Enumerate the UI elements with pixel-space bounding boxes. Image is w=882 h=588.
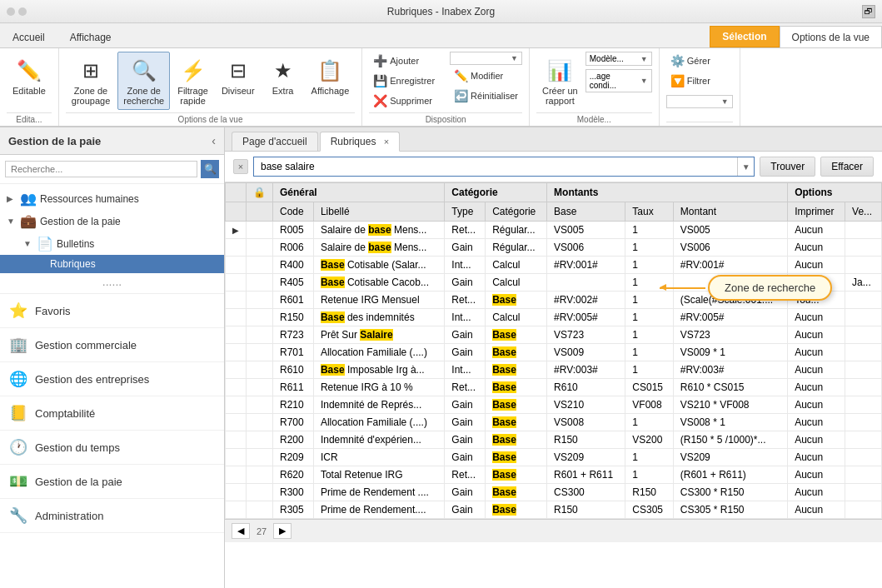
search-submit-btn[interactable]: 🔍	[201, 160, 219, 178]
nav-gestion-temps[interactable]: 🕐 Gestion du temps	[0, 431, 224, 465]
search-dropdown-btn[interactable]: ▼	[737, 157, 754, 176]
sidebar-item-ressources[interactable]: ▶ 👥 Ressources humaines	[0, 187, 224, 210]
col-type-header[interactable]: Type	[445, 202, 486, 222]
ajouter-btn[interactable]: ➕ Ajouter	[369, 52, 439, 70]
table-row[interactable]: R300 Prime de Rendement .... Gain Base C…	[226, 484, 882, 501]
content-wrapper: Gestion de la paie ‹ 🔍 ▶ 👥 Ressources hu…	[0, 127, 882, 588]
col-montant-header[interactable]: Montant	[673, 202, 787, 222]
row-montant: VS005	[673, 222, 787, 239]
zone-groupage-btn[interactable]: ⊞ Zone degroupage	[66, 52, 117, 110]
restore-btn[interactable]: 🗗	[862, 5, 875, 18]
nav-gestion-commerciale[interactable]: 🏢 Gestion commerciale	[0, 328, 224, 362]
col-taux-header[interactable]: Taux	[625, 202, 673, 222]
nav-favoris[interactable]: ⭐ Favoris	[0, 294, 224, 328]
gerer-btn[interactable]: ⚙️ Gérer	[666, 52, 733, 70]
col-general-header: Général	[273, 183, 445, 202]
affichage-btn[interactable]: 📋 Affichage	[306, 52, 356, 100]
table-row[interactable]: R723 Prêt Sur Salaire Gain Base VS723 1 …	[226, 326, 882, 344]
nav-gestion-entreprises[interactable]: 🌐 Gestion des entreprises	[0, 362, 224, 396]
filtrer-btn[interactable]: 🔽 Filtrer	[666, 72, 733, 90]
row-categorie: Base	[486, 414, 547, 431]
diviseur-btn[interactable]: ⊟ Diviseur	[216, 52, 261, 100]
sidebar-item-rubriques[interactable]: Rubriques	[0, 255, 224, 273]
tab-affichage[interactable]: Affichage	[57, 26, 124, 47]
nav-administration[interactable]: 🔧 Administration	[0, 499, 224, 533]
enregistrer-icon: 💾	[373, 74, 386, 87]
table-row[interactable]: R006 Salaire de base Mens... Gain Régula…	[226, 239, 882, 257]
effacer-btn[interactable]: Effacer	[820, 157, 874, 177]
table-row[interactable]: R700 Allocation Familiale (....) Gain Ba…	[226, 414, 882, 431]
row-base: VS008	[547, 414, 625, 431]
sidebar-item-gestion-paie[interactable]: ▼ 💼 Gestion de la paie	[0, 210, 224, 232]
row-categorie: Base	[486, 344, 547, 361]
row-type: Ret...	[445, 466, 486, 484]
table-row[interactable]: R701 Allocation Familiale (....) Gain Ba…	[226, 344, 882, 361]
gestion-commerciale-icon: 🏢	[8, 335, 28, 355]
table-nav-left[interactable]: ◀	[232, 523, 250, 539]
table-row[interactable]: R209 ICR Gain Base VS209 1 VS209 Aucun	[226, 449, 882, 466]
extra-btn[interactable]: ★ Extra	[262, 52, 304, 100]
right-dropdown[interactable]: ▼	[666, 95, 733, 108]
sidebar-item-bulletins[interactable]: ▼ 📄 Bulletins	[0, 232, 224, 255]
row-lock-cell	[247, 274, 273, 292]
sidebar-header: Gestion de la paie ‹	[0, 127, 224, 155]
cond-dropdown[interactable]: ...age condi... ▼	[586, 69, 652, 92]
table-row[interactable]: R620 Total Retenue IRG Ret... Base R601 …	[226, 466, 882, 484]
tab-selection[interactable]: Sélection	[710, 26, 779, 47]
row-imprimer: Aucun	[788, 466, 845, 484]
nav-comptabilite[interactable]: 📒 Comptabilité	[0, 396, 224, 431]
row-lock-cell	[247, 257, 273, 274]
trouver-btn[interactable]: Trouver	[760, 157, 815, 177]
row-type: Ret...	[445, 222, 486, 239]
title-dot-2	[18, 7, 27, 16]
col-libelle-header[interactable]: Libellé	[313, 202, 444, 222]
tab-options-vue[interactable]: Options de la vue	[780, 26, 882, 47]
disposition-dropdown[interactable]: ▼	[450, 52, 522, 65]
row-imprimer: Aucun	[788, 309, 845, 326]
col-base-header[interactable]: Base	[547, 202, 625, 222]
zone-recherche-icon: 🔍	[129, 56, 159, 86]
row-montant: VS723	[673, 326, 787, 344]
zone-recherche-btn[interactable]: 🔍 Zone derecherche	[117, 52, 170, 110]
ribbon-tab-bar: Accueil Affichage Sélection Options de l…	[0, 23, 882, 48]
table-row[interactable]: R200 Indemnité d'expérien... Gain Base R…	[226, 431, 882, 449]
col-imprimer-header[interactable]: Imprimer	[788, 202, 845, 222]
sidebar-collapse-btn[interactable]: ‹	[212, 134, 216, 147]
search-clear-btn[interactable]: ×	[233, 159, 248, 174]
table-row[interactable]: ▶ R005 Salaire de base Mens... Ret... Ré…	[226, 222, 882, 239]
col-ver-header[interactable]: Ve...	[845, 202, 882, 222]
reinitialiser-btn[interactable]: ↩️ Réinitialiser	[450, 87, 522, 105]
table-row[interactable]: R400 Base Cotisable (Salar... Int... Cal…	[226, 257, 882, 274]
tab-page-accueil[interactable]: Page d'accueil	[232, 132, 318, 151]
enregistrer-btn[interactable]: 💾 Enregistrer	[369, 72, 439, 90]
row-taux: VF008	[625, 396, 673, 414]
table-nav-right[interactable]: ▶	[273, 523, 292, 539]
modifier-btn[interactable]: ✏️ Modifier	[450, 67, 522, 85]
editable-btn[interactable]: ✏️ Editable	[7, 52, 52, 100]
creer-rapport-btn[interactable]: 📊 Créer unrapport	[536, 52, 584, 110]
table-row[interactable]: R610 Base Imposable Irg à... Int... Base…	[226, 361, 882, 379]
search-input[interactable]	[5, 161, 197, 177]
modele-dropdown[interactable]: Modèle... ▼	[586, 52, 652, 66]
row-categorie: Base	[486, 449, 547, 466]
col-code-header[interactable]: Code	[273, 202, 314, 222]
row-libelle: Indemnité d'expérien...	[313, 431, 444, 449]
ribbon-group-rapport: 📊 Créer unrapport Modèle... ▼ ...age con…	[530, 48, 660, 126]
table-row[interactable]: R305 Prime de Rendement.... Gain Base R1…	[226, 501, 882, 519]
row-taux: 1	[625, 414, 673, 431]
supprimer-btn[interactable]: ❌ Supprimer	[369, 92, 439, 110]
row-libelle: Total Retenue IRG	[313, 466, 444, 484]
table-row[interactable]: R611 Retenue IRG à 10 % Ret... Base R610…	[226, 379, 882, 396]
tab-rubriques-close[interactable]: ×	[384, 137, 389, 147]
gestion-entreprises-icon: 🌐	[8, 369, 28, 389]
table-row[interactable]: R150 Base des indemnités Int... Calcul #…	[226, 309, 882, 326]
nav-gestion-paie-2[interactable]: 💵 Gestion de la paie	[0, 465, 224, 499]
tab-accueil[interactable]: Accueil	[0, 26, 57, 47]
col-categorie-sub-header[interactable]: Catégorie	[486, 202, 547, 222]
filtrage-rapide-btn[interactable]: ⚡ Filtragerapide	[172, 52, 214, 110]
table-count: 27	[257, 526, 267, 536]
search-field[interactable]	[254, 158, 737, 175]
tab-rubriques[interactable]: Rubriques ×	[320, 132, 400, 152]
row-libelle: Prime de Rendement....	[313, 501, 444, 519]
table-row[interactable]: R210 Indemnité de Représ... Gain Base VS…	[226, 396, 882, 414]
